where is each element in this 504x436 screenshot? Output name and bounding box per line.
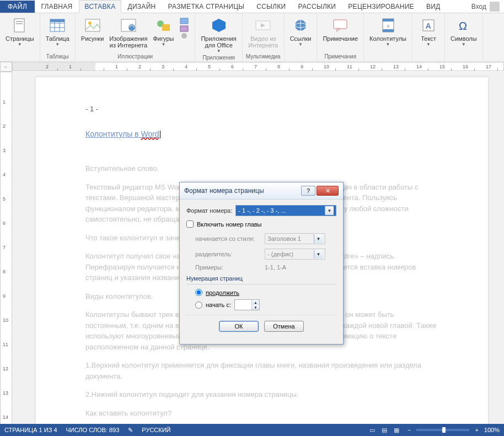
- pages-button[interactable]: Страницы ▼: [3, 14, 36, 52]
- status-words[interactable]: ЧИСЛО СЛОВ: 893: [66, 427, 120, 433]
- text-label: Текст: [421, 35, 436, 42]
- symbols-button[interactable]: Ω Символы ▼: [448, 14, 479, 52]
- cancel-button[interactable]: Отмена: [264, 321, 304, 332]
- shapes-label: Фигуры: [153, 35, 174, 42]
- links-label: Ссылки: [290, 35, 312, 42]
- zoom-out-button[interactable]: −: [408, 427, 411, 433]
- comment-icon: [331, 17, 349, 34]
- svg-rect-0: [14, 19, 24, 32]
- svg-rect-16: [180, 26, 188, 31]
- online-pictures-icon: [120, 17, 137, 34]
- start-at-spinner[interactable]: ▲▼: [234, 299, 260, 310]
- svg-rect-2: [16, 23, 23, 24]
- symbols-icon: Ω: [455, 17, 473, 34]
- page-number-format-dialog: Формат номера страницы ? ✕ Формат номера…: [179, 182, 344, 345]
- dialog-title: Формат номера страницы: [184, 187, 301, 195]
- group-label-symbols: [463, 52, 464, 61]
- separator-combo: - (дефис) ▼: [265, 249, 325, 260]
- continue-label: продолжить: [206, 289, 239, 296]
- vertical-ruler[interactable]: 1234567891011121314: [0, 72, 12, 424]
- tab-design[interactable]: ДИЗАЙН: [121, 0, 162, 13]
- spin-down-button[interactable]: ▼: [251, 305, 259, 310]
- ruler-corner[interactable]: ⌐: [0, 62, 12, 72]
- group-label-text: [428, 52, 430, 61]
- header-footer-button[interactable]: # Колонтитулы ▼: [367, 14, 409, 52]
- zoom-value[interactable]: 100%: [484, 427, 500, 433]
- start-at-input[interactable]: [235, 300, 251, 310]
- text-button[interactable]: A Текст ▼: [416, 14, 441, 52]
- doc-para: 2.Нижний колонтитул подходит для указани…: [85, 389, 438, 400]
- table-button[interactable]: Таблица ▼: [44, 14, 72, 52]
- group-label-links: [300, 52, 302, 61]
- svg-rect-8: [50, 19, 65, 22]
- close-button[interactable]: ✕: [317, 186, 339, 196]
- style-combo: Заголовок 1 ▼: [265, 233, 325, 244]
- online-video-button[interactable]: Видео из Интернета: [246, 14, 280, 52]
- chevron-down-icon: ▼: [55, 42, 60, 47]
- help-button[interactable]: ?: [301, 186, 315, 196]
- comment-button[interactable]: Примечание: [320, 14, 360, 52]
- doc-title: Колонтитулы в Word: [85, 130, 438, 138]
- video-icon: [254, 17, 272, 34]
- office-apps-label: Приложения для Office: [201, 35, 236, 49]
- avatar-icon: [490, 2, 500, 12]
- ok-button[interactable]: ОК: [219, 321, 259, 332]
- online-pictures-button[interactable]: Изображения из Интернета: [107, 14, 149, 52]
- svg-rect-28: [383, 29, 394, 32]
- svg-marker-18: [212, 19, 226, 32]
- examples-label: Примеры:: [195, 264, 261, 271]
- chevron-down-icon: ▼: [298, 42, 303, 47]
- continue-radio[interactable]: [195, 289, 202, 296]
- svg-rect-14: [162, 24, 170, 31]
- illustrations-more-button[interactable]: [177, 14, 191, 52]
- tab-references[interactable]: ССЫЛКИ: [250, 0, 292, 13]
- view-read-button[interactable]: ▭: [367, 426, 378, 434]
- dialog-titlebar[interactable]: Формат номера страницы ? ✕: [180, 182, 343, 200]
- login-link[interactable]: Вход: [471, 2, 504, 12]
- numbering-section-label: Нумерация страниц: [186, 275, 336, 282]
- group-label-hf: [387, 52, 389, 61]
- symbols-label: Символы: [451, 35, 477, 42]
- view-print-button[interactable]: ▤: [379, 426, 390, 434]
- tab-file[interactable]: ФАЙЛ: [0, 1, 35, 13]
- separator-value: - (дефис): [267, 251, 293, 257]
- chevron-down-icon: ▼: [18, 42, 22, 47]
- svg-rect-27: [383, 19, 394, 21]
- view-web-button[interactable]: ▦: [391, 426, 402, 434]
- tab-page-layout[interactable]: РАЗМЕТКА СТРАНИЦЫ: [162, 0, 251, 13]
- horizontal-ruler[interactable]: 21123456789101112131415161718: [12, 62, 504, 71]
- group-label-tables: Таблицы: [46, 52, 69, 61]
- group-label-apps: Приложения: [202, 53, 235, 62]
- zoom-slider[interactable]: [416, 429, 469, 431]
- zoom-in-button[interactable]: +: [475, 427, 478, 433]
- tab-view[interactable]: ВИД: [420, 0, 447, 13]
- format-label: Формат номера:: [186, 207, 232, 214]
- status-language[interactable]: РУССКИЙ: [142, 427, 170, 433]
- include-chapter-checkbox[interactable]: [186, 220, 194, 228]
- chevron-down-icon: ▼: [426, 42, 431, 47]
- group-label-comments: Примечания: [324, 52, 356, 61]
- tab-review[interactable]: РЕЦЕНЗИРОВАНИЕ: [342, 0, 420, 13]
- tab-mailings[interactable]: РАССЫЛКИ: [292, 0, 342, 13]
- tab-insert[interactable]: ВСТАВКА: [79, 0, 122, 13]
- tab-home[interactable]: ГЛАВНАЯ: [35, 0, 78, 13]
- pictures-button[interactable]: Рисунки: [79, 14, 106, 52]
- office-apps-button[interactable]: Приложения для Office ▼: [199, 14, 238, 53]
- chevron-down-icon: ▼: [386, 42, 390, 47]
- pictures-label: Рисунки: [81, 35, 104, 42]
- links-button[interactable]: Ссылки ▼: [288, 14, 314, 52]
- online-pictures-label: Изображения из Интернета: [109, 35, 147, 49]
- links-icon: [292, 17, 309, 34]
- group-label-pages: [19, 52, 20, 61]
- shapes-button[interactable]: Фигуры ▼: [151, 14, 176, 52]
- number-format-combo[interactable]: - 1 -, - 2 -, - 3 -, ... ▼: [235, 205, 336, 216]
- chevron-down-icon: ▼: [217, 49, 221, 53]
- start-at-radio[interactable]: [195, 302, 202, 309]
- status-page[interactable]: СТРАНИЦА 1 ИЗ 4: [4, 427, 57, 433]
- status-proofing-icon[interactable]: ✎: [128, 427, 133, 434]
- svg-marker-25: [337, 29, 340, 31]
- spin-up-button[interactable]: ▲: [251, 300, 259, 305]
- text-icon: A: [420, 17, 437, 34]
- include-chapter-label: Включить номер главы: [197, 221, 262, 228]
- ribbon: Страницы ▼ Таблица ▼ Таблицы Рисунки Изо…: [0, 13, 504, 62]
